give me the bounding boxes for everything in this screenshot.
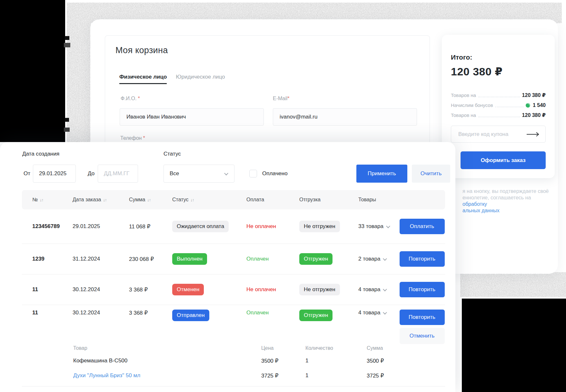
checkout-button[interactable]: Оформить заказ xyxy=(461,151,546,169)
actions-cell: Оплатить xyxy=(399,219,445,234)
fio-label: Ф.И.О.* xyxy=(121,96,140,101)
bonus-dot-icon xyxy=(526,103,530,108)
items-count-label: 4 товара xyxy=(358,310,380,316)
chevron-down-icon xyxy=(383,256,387,261)
product-price: 3500 ₽ xyxy=(261,358,305,364)
date-to-input[interactable]: ДД.ММ.ГГ xyxy=(98,165,138,183)
pay-button[interactable]: Оплатить xyxy=(400,219,445,234)
apply-button[interactable]: Применить xyxy=(356,165,407,183)
order-products-section: ТоварЦенаКоличествоСумма Кофемашина B-C5… xyxy=(22,341,445,387)
repeat-order-button[interactable]: Повторить xyxy=(400,310,445,325)
sort-icon[interactable]: ↓↑ xyxy=(103,197,106,202)
required-asterisk: * xyxy=(287,96,289,101)
items-count-label: 2 товара xyxy=(358,256,380,262)
items-cell: 4 товара xyxy=(358,286,399,293)
status-select[interactable]: Все xyxy=(164,165,234,183)
column-header[interactable]: Статус↓↑ xyxy=(172,197,246,203)
product-column-header: Сумма xyxy=(367,345,445,351)
order-number: 11 xyxy=(22,305,73,316)
payment-status: Оплачен xyxy=(246,256,299,262)
chevron-down-icon xyxy=(386,224,390,228)
order-sum: 3 368 ₽ xyxy=(129,305,172,316)
orders-table: №↓↑Дата заказа↓↑Сумма↓↑Статус↓↑ОплатаОтг… xyxy=(22,190,445,387)
status-badge: Выполнен xyxy=(172,253,207,265)
phone-label: Телефон* xyxy=(120,135,145,141)
clear-button[interactable]: Очитить xyxy=(412,165,450,183)
repeat-order-button[interactable]: Повторить xyxy=(400,251,445,267)
tab-individual[interactable]: Физическое лицо xyxy=(119,74,167,84)
product-qty: 1 xyxy=(305,358,367,364)
fio-field[interactable]: Иванов Иван Иванович xyxy=(120,108,264,126)
shipment-cell: Не отгружен xyxy=(299,221,358,232)
status-badge: Отменен xyxy=(172,284,204,295)
items-count-toggle[interactable]: 33 товара xyxy=(358,223,390,230)
order-date: 30.12.2024 xyxy=(73,305,129,316)
email-field[interactable]: ivanov@mail.ru xyxy=(273,108,417,126)
product-name-link[interactable]: Духи "Лунный Бриз" 50 мл xyxy=(73,372,261,379)
cancel-order-button[interactable]: Отменить xyxy=(400,328,445,344)
items-count-toggle[interactable]: 2 товара xyxy=(358,256,386,262)
required-asterisk: * xyxy=(143,135,145,141)
summary-row: Начислим бонусов1 540 xyxy=(451,100,546,110)
orders-table-header: №↓↑Дата заказа↓↑Сумма↓↑Статус↓↑ОплатаОтг… xyxy=(22,190,445,209)
personal-data-link[interactable]: обработку xyxy=(462,201,487,207)
edge-artifact xyxy=(64,128,70,132)
dotted-leader xyxy=(478,117,520,117)
date-from-input[interactable]: 29.01.2025 xyxy=(33,165,76,183)
product-column-header: Количество xyxy=(305,345,367,351)
shipment-badge: Отгружен xyxy=(299,310,333,321)
summary-row: Товаров на120 380 ₽ xyxy=(451,90,546,100)
noise-patch-bottom-right xyxy=(460,272,566,297)
order-status-cell: Ожидается оплата xyxy=(172,221,246,232)
to-label: До xyxy=(88,165,94,183)
email-label: E-Mail* xyxy=(273,96,290,101)
cart-card: Моя корзина Физическое лицо Юридическое … xyxy=(105,35,430,147)
paid-checkbox[interactable] xyxy=(249,170,257,177)
summary-row-value: 120 380 ₽ xyxy=(522,112,546,118)
shipment-badge: Отгружен xyxy=(299,253,333,265)
order-number: 123456789 xyxy=(22,223,73,230)
arrow-right-icon[interactable] xyxy=(526,132,540,137)
table-row: 12345678929.01.202511 068 ₽Ожидается опл… xyxy=(22,209,445,244)
products-body: Кофемашина B-C5003500 ₽13500 ₽Духи "Лунн… xyxy=(22,353,445,383)
date-filter-label: Дата создания xyxy=(22,151,59,157)
column-header[interactable]: №↓↑ xyxy=(22,197,73,203)
actions-cell: Повторить xyxy=(399,282,445,297)
chevron-down-icon xyxy=(383,287,387,291)
column-header[interactable]: Сумма↓↑ xyxy=(129,197,172,203)
customer-type-tabs: Физическое лицо Юридическое лицо xyxy=(119,74,225,84)
items-count-label: 33 товара xyxy=(358,223,383,230)
summary-total: 120 380 ₽ xyxy=(451,65,503,78)
order-sum: 3 368 ₽ xyxy=(129,286,172,293)
sort-icon[interactable]: ↓↑ xyxy=(147,197,151,202)
repeat-order-button[interactable]: Повторить xyxy=(400,282,445,297)
table-row: 1130.12.20243 368 ₽ОтмененНе оплаченНе о… xyxy=(22,274,445,305)
column-header-label: Статус xyxy=(172,197,189,203)
from-label: От xyxy=(24,165,30,183)
sort-icon[interactable]: ↓↑ xyxy=(191,197,194,202)
column-header[interactable]: Дата заказа↓↑ xyxy=(73,197,129,203)
payment-status: Не оплачен xyxy=(246,223,299,230)
status-badge: Ожидается оплата xyxy=(172,221,229,232)
sort-icon[interactable]: ↓↑ xyxy=(40,197,43,202)
order-status-cell: Отменен xyxy=(172,284,246,295)
items-count-toggle[interactable]: 4 товара xyxy=(358,286,386,293)
column-header-label: Сумма xyxy=(129,197,145,203)
items-count-toggle[interactable]: 4 товара xyxy=(358,310,386,316)
chevron-down-icon xyxy=(383,310,387,314)
orders-table-body: 12345678929.01.202511 068 ₽Ожидается опл… xyxy=(22,209,445,341)
order-number: 11 xyxy=(22,286,73,293)
personal-data-link[interactable]: альных данных xyxy=(462,208,500,213)
column-header-label: № xyxy=(32,197,38,203)
tab-legal-entity[interactable]: Юридическое лицо xyxy=(176,74,225,84)
page: Моя корзина Физическое лицо Юридическое … xyxy=(0,0,566,392)
summary-title: Итого: xyxy=(451,53,472,61)
noise-border-left xyxy=(67,3,91,144)
summary-rows: Товаров на120 380 ₽Начислим бонусов1 540… xyxy=(451,90,546,120)
product-qty: 1 xyxy=(305,372,367,379)
product-column-header: Товар xyxy=(73,345,261,351)
coupon-input[interactable]: Введите код купона xyxy=(451,126,546,143)
payment-status: Не оплачен xyxy=(246,286,299,293)
product-price: 3725 ₽ xyxy=(261,372,305,379)
order-date: 31.12.2024 xyxy=(73,256,129,262)
